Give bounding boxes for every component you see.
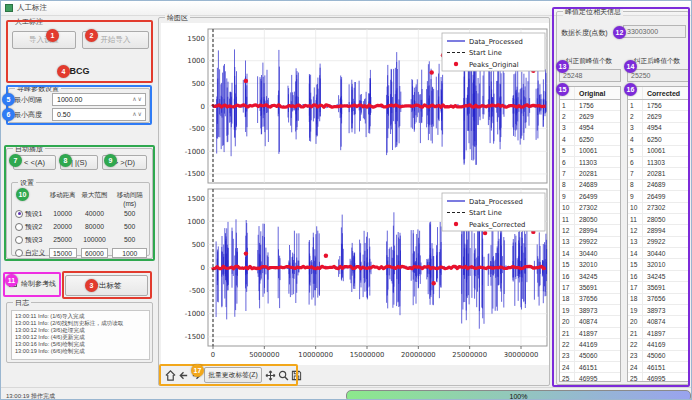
original-table-row[interactable]: 2546995 [560, 373, 620, 381]
preset-radio-cell[interactable]: 预设3 [14, 235, 47, 245]
corrected-table-row[interactable]: 510061 [628, 146, 688, 157]
corrected-table-row[interactable]: 2141897 [628, 328, 688, 339]
min-height-spinbox[interactable]: 0.50 ∧∨ [52, 108, 146, 121]
preset-radio-cell[interactable]: 自定义 [14, 248, 47, 258]
corrected-table-row[interactable]: 11756 [628, 100, 688, 111]
corrected-table-row[interactable]: 2345060 [628, 351, 688, 362]
annotation-group-title: 人工标注 [13, 17, 45, 26]
preset-radio-cell[interactable]: 预设1 [14, 209, 47, 219]
original-table-row[interactable]: 2040874 [560, 316, 620, 327]
import-settings-button[interactable]: 导入设置 [12, 31, 76, 49]
corrected-table-row[interactable]: 1634245 [628, 271, 688, 282]
corrected-table-row[interactable]: 22629 [628, 111, 688, 122]
preset-value[interactable]: 15000 [49, 248, 77, 258]
peaks-after-label: 纠正后峰值个数 [634, 57, 680, 66]
min-interval-spinbox[interactable]: 1000.00 ∧∨ [52, 93, 146, 106]
home-icon[interactable] [164, 368, 177, 382]
log-output[interactable]: 13:00:11 Info: (1/6)导入完成13:00:11 Info: (… [11, 310, 150, 360]
peak-value: 32010 [643, 259, 688, 269]
original-table-row[interactable]: 1634245 [560, 271, 620, 282]
corrected-table-row[interactable]: 1430440 [628, 248, 688, 259]
batch-change-labels-button[interactable]: 批量更改标签(Z) [204, 367, 262, 383]
original-table-row[interactable]: 1228994 [560, 225, 620, 236]
original-table-row[interactable]: 1532010 [560, 259, 620, 270]
original-table-row[interactable]: 22629 [560, 111, 620, 122]
original-table-row[interactable]: 611303 [560, 157, 620, 168]
preset-row[interactable]: 预设22000080000500 [14, 220, 149, 233]
original-peaks-table[interactable]: Original 1175622629349544625051006161130… [559, 86, 621, 382]
preset-radio[interactable] [15, 236, 23, 244]
peak-value: 1756 [575, 100, 620, 110]
original-table-row[interactable]: 1735691 [560, 282, 620, 293]
corrected-table-row[interactable]: 1027302 [628, 203, 688, 214]
original-table-row[interactable]: 1938973 [560, 305, 620, 316]
preset-value[interactable]: 1000 [112, 248, 147, 258]
preset-row[interactable]: 预设11000040000500 [14, 207, 149, 220]
corrected-peaks-table[interactable]: Corrected 117562262934954462505100616113… [627, 86, 689, 382]
corrected-table-row[interactable]: 926499 [628, 191, 688, 202]
log-group-title: 日志 [13, 298, 31, 307]
preset-label: 预设1 [25, 209, 42, 219]
original-table-row[interactable]: 1430440 [560, 248, 620, 259]
corrected-table-row[interactable]: 1735691 [628, 282, 688, 293]
preset-radio[interactable] [15, 210, 23, 218]
corrected-table-row[interactable]: 1938973 [628, 305, 688, 316]
original-table-row[interactable]: 1027302 [560, 203, 620, 214]
start-import-button[interactable]: 开始导入 [82, 31, 149, 49]
original-table-row[interactable]: 2141897 [560, 328, 620, 339]
preset-label: 预设2 [25, 222, 42, 232]
corrected-table-row[interactable]: 34954 [628, 123, 688, 134]
step-back-button[interactable]: < <(A) [13, 155, 56, 170]
export-labels-button[interactable]: 导出标签 [65, 275, 148, 296]
corrected-table-row[interactable]: 2446151 [628, 362, 688, 373]
original-table-row[interactable]: 1837656 [560, 294, 620, 305]
original-table-row[interactable]: 510061 [560, 146, 620, 157]
peak-value: 32010 [575, 259, 620, 269]
corrected-table-row[interactable]: 1128050 [628, 214, 688, 225]
corrected-table-row[interactable]: 611303 [628, 157, 688, 168]
save-icon[interactable] [290, 368, 303, 382]
original-table-row[interactable]: 2446151 [560, 362, 620, 373]
preset-value[interactable]: 60000 [81, 248, 109, 258]
preset-row[interactable]: 自定义15000600001000 [14, 246, 149, 259]
original-table-row[interactable]: 720281 [560, 168, 620, 179]
back-arrow-icon[interactable] [177, 368, 190, 382]
spinner-arrows-icon[interactable]: ∧∨ [132, 95, 143, 102]
forward-arrow-icon[interactable] [190, 368, 203, 382]
preset-row[interactable]: 预设325000100000500 [14, 233, 149, 246]
original-table-row[interactable]: 34954 [560, 123, 620, 134]
corrected-table-row[interactable]: 2040874 [628, 316, 688, 327]
corrected-table-row[interactable]: 1228994 [628, 225, 688, 236]
corrected-table-row[interactable]: 2244169 [628, 339, 688, 350]
corrected-table-row[interactable]: 1837656 [628, 294, 688, 305]
signal-charts[interactable]: 150010005000-500-1000-1500Data_Processed… [161, 23, 549, 365]
preset-radio[interactable] [15, 249, 23, 257]
preset-radio[interactable] [15, 223, 23, 231]
corrected-table-row[interactable]: 720281 [628, 168, 688, 179]
spinner-arrows-icon[interactable]: ∧∨ [132, 110, 143, 117]
pause-button[interactable]: | |(S) [60, 155, 98, 170]
draw-refline-checkbox[interactable] [9, 279, 17, 287]
original-table-row[interactable]: 1329922 [560, 237, 620, 248]
svg-text:1500: 1500 [187, 35, 205, 43]
corrected-table-row[interactable]: 1532010 [628, 259, 688, 270]
original-table-row[interactable]: 1128050 [560, 214, 620, 225]
pan-icon[interactable] [264, 368, 277, 382]
step-forward-button[interactable]: > >(D) [102, 155, 147, 170]
original-table-row[interactable]: 824689 [560, 180, 620, 191]
chart-canvas[interactable]: 150010005000-500-1000-1500Data_Processed… [161, 23, 549, 365]
original-table-row[interactable]: 2345060 [560, 351, 620, 362]
corrected-table-row[interactable]: 1329922 [628, 237, 688, 248]
original-table-row[interactable]: 926499 [560, 191, 620, 202]
peak-value: 24689 [643, 180, 688, 190]
corrected-table-row[interactable]: 824689 [628, 180, 688, 191]
row-index: 17 [628, 282, 643, 292]
original-table-row[interactable]: 46250 [560, 134, 620, 145]
corrected-table-row[interactable]: 2546995 [628, 373, 688, 381]
original-table-row[interactable]: 2244169 [560, 339, 620, 350]
original-table-row[interactable]: 11756 [560, 100, 620, 111]
preset-radio-cell[interactable]: 预设2 [14, 222, 47, 232]
row-index: 4 [628, 134, 643, 144]
corrected-table-row[interactable]: 46250 [628, 134, 688, 145]
zoom-icon[interactable] [277, 368, 290, 382]
